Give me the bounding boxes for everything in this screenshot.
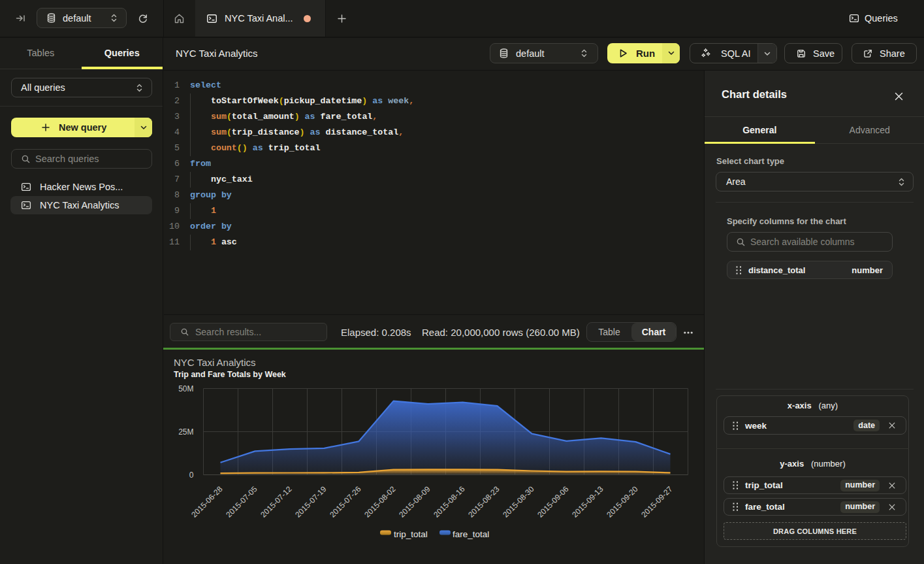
svg-text:2015-08-16: 2015-08-16 <box>432 484 467 520</box>
svg-text:fare_total: fare_total <box>453 529 489 539</box>
svg-text:2015-09-20: 2015-09-20 <box>605 484 640 520</box>
svg-text:2015-07-19: 2015-07-19 <box>293 484 328 520</box>
svg-text:50M: 50M <box>178 384 193 393</box>
svg-text:2015-09-13: 2015-09-13 <box>570 484 605 520</box>
svg-text:2015-06-28: 2015-06-28 <box>189 484 225 520</box>
svg-text:2015-07-26: 2015-07-26 <box>328 484 363 520</box>
svg-text:2015-08-02: 2015-08-02 <box>362 484 398 520</box>
svg-text:2015-07-05: 2015-07-05 <box>224 484 259 520</box>
svg-text:2015-08-09: 2015-08-09 <box>397 484 432 520</box>
svg-text:2015-07-12: 2015-07-12 <box>259 484 294 520</box>
svg-text:2015-09-27: 2015-09-27 <box>639 484 675 520</box>
svg-text:2015-09-06: 2015-09-06 <box>535 484 571 520</box>
svg-text:0: 0 <box>189 471 194 480</box>
svg-text:2015-08-23: 2015-08-23 <box>466 484 502 520</box>
svg-text:2015-08-30: 2015-08-30 <box>501 484 536 520</box>
svg-text:trip_total: trip_total <box>394 529 428 539</box>
svg-text:25M: 25M <box>178 427 193 437</box>
